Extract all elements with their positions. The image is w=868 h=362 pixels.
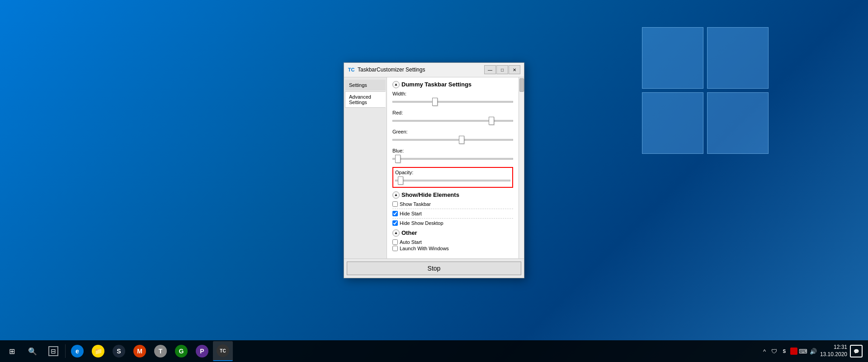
explorer-icon-inner: 📁 <box>92 345 104 357</box>
green-slider-thumb[interactable] <box>459 136 464 144</box>
taskbar-messenger-icon[interactable]: M <box>130 341 150 361</box>
opacity-slider-container <box>395 176 510 185</box>
other-items: Auto Start Launch With Windows <box>392 239 513 251</box>
scrollbar-thumb[interactable] <box>519 78 524 92</box>
tray-keyboard[interactable]: ⌨ <box>799 347 807 355</box>
dummy-taskbar-header: ▲ Dummy Taskbar Settings <box>392 81 513 88</box>
clock[interactable]: 12:31 13.10.2020 <box>820 344 847 358</box>
tc-icon-inner: TC <box>217 344 229 357</box>
tab-settings[interactable]: Settings <box>345 80 386 90</box>
width-control: Width: <box>392 91 513 106</box>
tray-volume[interactable]: 🔊 <box>809 347 817 355</box>
title-bar: TC TaskbarCustomizer Settings — □ ✕ <box>344 63 524 77</box>
app8-icon-inner: P <box>196 345 208 357</box>
blue-label: Blue: <box>392 148 513 153</box>
show-taskbar-label: Show Taskbar <box>400 201 431 207</box>
main-dialog: TC TaskbarCustomizer Settings — □ ✕ Sett… <box>344 62 524 278</box>
other-title: Other <box>401 229 417 236</box>
tray-chevron[interactable]: ^ <box>760 347 769 355</box>
opacity-slider-thumb[interactable] <box>398 176 403 185</box>
tray-steam[interactable]: S <box>780 347 788 355</box>
opacity-slider-track <box>395 180 510 181</box>
main-content: ▲ Dummy Taskbar Settings Width: Red: <box>387 77 519 258</box>
red-control: Red: <box>392 110 513 125</box>
green-slider-track <box>392 139 513 141</box>
task-view-button[interactable]: ⊟ <box>43 341 63 361</box>
blue-slider-track <box>392 158 513 160</box>
width-slider-track <box>392 101 513 103</box>
window-title: TaskbarCustomizer Settings <box>358 67 484 73</box>
blue-slider-container <box>392 154 513 163</box>
opacity-label: Opacity: <box>395 170 510 175</box>
show-taskbar-checkbox[interactable] <box>392 201 398 207</box>
sidebar: Settings Advanced Settings <box>344 77 387 258</box>
taskbar-apps: ⊞ 🔍 ⊟ e 📁 S M T G P <box>2 341 233 361</box>
app7-icon-inner: G <box>175 345 188 357</box>
show-hide-toggle[interactable]: ▲ <box>392 191 400 199</box>
hide-show-desktop-item: Hide Show Desktop <box>392 220 513 226</box>
start-button[interactable]: ⊞ <box>2 341 22 361</box>
stop-button[interactable]: Stop <box>347 262 521 275</box>
taskbar-app8-icon[interactable]: P <box>192 341 212 361</box>
width-slider-thumb[interactable] <box>432 98 438 106</box>
hide-start-checkbox[interactable] <box>392 211 398 216</box>
window-controls: — □ ✕ <box>484 65 520 74</box>
dummy-taskbar-title: Dummy Taskbar Settings <box>401 81 472 88</box>
scrollbar[interactable] <box>519 77 524 258</box>
tray-app[interactable] <box>790 348 797 355</box>
taskbar: ⊞ 🔍 ⊟ e 📁 S M T G P <box>0 340 868 362</box>
dummy-taskbar-toggle[interactable]: ▲ <box>392 81 400 88</box>
auto-start-label: Auto Start <box>400 239 422 245</box>
hide-show-desktop-checkbox[interactable] <box>392 220 398 226</box>
other-header: ▲ Other <box>392 229 513 237</box>
auto-start-checkbox[interactable] <box>392 239 398 245</box>
show-taskbar-item: Show Taskbar <box>392 201 513 207</box>
width-slider-container <box>392 97 513 106</box>
dialog-footer: Stop <box>344 258 524 278</box>
red-slider-container <box>392 116 513 125</box>
tab-advanced-settings[interactable]: Advanced Settings <box>345 91 386 108</box>
date-display: 13.10.2020 <box>820 351 847 358</box>
app-icon: TC <box>348 66 355 73</box>
steam-icon-inner: S <box>113 345 125 357</box>
show-hide-header: ▲ Show/Hide Elements <box>392 191 513 199</box>
red-slider-thumb[interactable] <box>489 117 494 125</box>
maximize-button[interactable]: □ <box>496 65 508 74</box>
minimize-button[interactable]: — <box>484 65 496 74</box>
close-button[interactable]: ✕ <box>509 65 520 74</box>
taskbar-separator <box>65 344 66 358</box>
launch-with-windows-checkbox[interactable] <box>392 246 398 251</box>
launch-with-windows-label: Launch With Windows <box>400 246 449 251</box>
green-control: Green: <box>392 129 513 144</box>
opacity-section: Opacity: <box>392 167 513 188</box>
hide-start-item: Hide Start <box>392 211 513 216</box>
blue-control: Blue: <box>392 148 513 163</box>
taskbar-tc-icon[interactable]: TC <box>213 341 233 361</box>
taskbar-steam-icon[interactable]: S <box>109 341 129 361</box>
typora-icon-inner: T <box>154 345 167 357</box>
taskbar-edge-icon[interactable]: e <box>67 341 87 361</box>
other-toggle[interactable]: ▲ <box>392 229 400 237</box>
tray-shield[interactable]: 🛡 <box>770 347 778 355</box>
hide-start-label: Hide Start <box>400 211 422 216</box>
taskbar-explorer-icon[interactable]: 📁 <box>88 341 108 361</box>
time-display: 12:31 <box>820 344 847 351</box>
hide-show-desktop-label: Hide Show Desktop <box>400 220 443 226</box>
search-button[interactable]: 🔍 <box>23 341 42 361</box>
blue-slider-thumb[interactable] <box>395 155 401 163</box>
width-label: Width: <box>392 91 513 96</box>
green-slider-container <box>392 135 513 144</box>
tray-icons: ^ 🛡 S ⌨ 🔊 <box>760 347 817 355</box>
show-hide-title: Show/Hide Elements <box>401 191 459 198</box>
red-slider-track <box>392 120 513 122</box>
notification-center[interactable]: 💬 <box>850 345 863 357</box>
taskbar-typora-icon[interactable]: T <box>151 341 170 361</box>
auto-start-item: Auto Start <box>392 239 513 245</box>
taskbar-app7-icon[interactable]: G <box>171 341 191 361</box>
dialog-body: Settings Advanced Settings ▲ Dummy Taskb… <box>344 77 524 258</box>
show-hide-items: Show Taskbar Hide Start Hide Show Deskto… <box>392 201 513 226</box>
system-tray: ^ 🛡 S ⌨ 🔊 12:31 13.10.2020 💬 <box>760 344 866 358</box>
green-label: Green: <box>392 129 513 134</box>
red-label: Red: <box>392 110 513 115</box>
launch-with-windows-item: Launch With Windows <box>392 246 513 251</box>
